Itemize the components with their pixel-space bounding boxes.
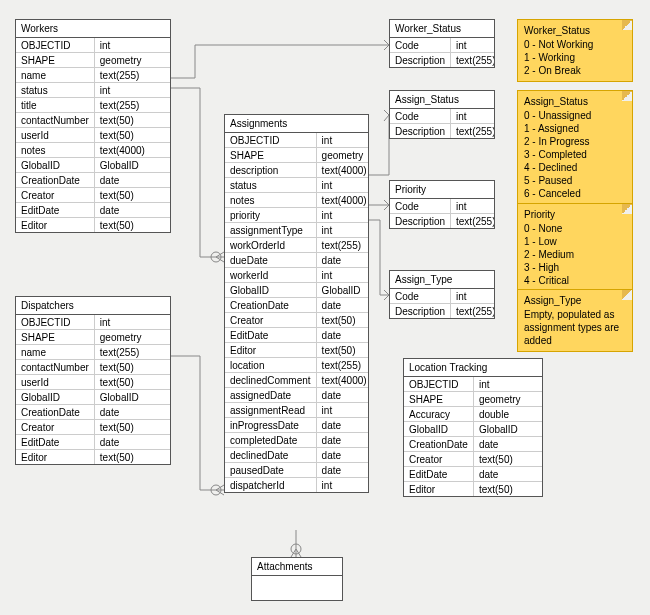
note-line: 1 - Assigned bbox=[524, 122, 626, 135]
field-type: geometry bbox=[474, 391, 542, 406]
field-name: dispatcherId bbox=[225, 477, 317, 492]
field-name: Editor bbox=[225, 342, 317, 357]
note-lines: 0 - None1 - Low2 - Medium3 - High4 - Cri… bbox=[524, 222, 626, 287]
field-type: int bbox=[317, 267, 368, 282]
field-name: workerId bbox=[225, 267, 317, 282]
field-type: text(50) bbox=[95, 187, 170, 202]
field-name: EditDate bbox=[16, 434, 95, 449]
note-assign-status: Assign_Status 0 - Unassigned1 - Assigned… bbox=[517, 90, 633, 205]
note-line: 0 - Not Working bbox=[524, 38, 626, 51]
entity-assign-type: Assign_Type CodeintDescriptiontext(255) bbox=[389, 270, 495, 319]
note-line: 4 - Declined bbox=[524, 161, 626, 174]
entity-body: OBJECTIDintSHAPEgeometrynametext(255)sta… bbox=[16, 38, 170, 232]
field-type: text(4000) bbox=[317, 162, 368, 177]
field-name: Accuracy bbox=[404, 406, 474, 421]
field-type: int bbox=[95, 38, 170, 52]
field-name: inProgressDate bbox=[225, 417, 317, 432]
entity-body: OBJECTIDintSHAPEgeometrydescriptiontext(… bbox=[225, 133, 368, 492]
field-type: text(4000) bbox=[95, 142, 170, 157]
field-type: text(255) bbox=[95, 67, 170, 82]
entity-title: Assign_Status bbox=[390, 91, 494, 109]
note-lines: 0 - Not Working1 - Working2 - On Break bbox=[524, 38, 626, 77]
field-type: text(255) bbox=[451, 213, 494, 228]
field-type: date bbox=[95, 404, 170, 419]
note-line: 6 - Canceled bbox=[524, 187, 626, 200]
field-name: Code bbox=[390, 289, 451, 303]
field-type: date bbox=[95, 172, 170, 187]
entity-title: Priority bbox=[390, 181, 494, 199]
note-line: 3 - High bbox=[524, 261, 626, 274]
field-name: status bbox=[16, 82, 95, 97]
field-type: int bbox=[451, 109, 494, 123]
field-name: Creator bbox=[225, 312, 317, 327]
field-type: text(50) bbox=[95, 374, 170, 389]
note-lines: 0 - Unassigned1 - Assigned2 - In Progres… bbox=[524, 109, 626, 200]
field-name: contactNumber bbox=[16, 112, 95, 127]
field-name: declinedComment bbox=[225, 372, 317, 387]
field-type: date bbox=[317, 387, 368, 402]
field-name: CreationDate bbox=[404, 436, 474, 451]
field-type: GlobalID bbox=[95, 389, 170, 404]
field-name: contactNumber bbox=[16, 359, 95, 374]
entity-title: Assign_Type bbox=[390, 271, 494, 289]
field-name: Description bbox=[390, 213, 451, 228]
field-type: text(255) bbox=[95, 344, 170, 359]
note-title: Assign_Type bbox=[524, 294, 626, 307]
field-name: Code bbox=[390, 109, 451, 123]
note-assign-type: Assign_Type Empty, populated asassignmen… bbox=[517, 289, 633, 352]
note-line: 2 - On Break bbox=[524, 64, 626, 77]
note-line: 0 - None bbox=[524, 222, 626, 235]
entity-title: Workers bbox=[16, 20, 170, 38]
entity-title: Worker_Status bbox=[390, 20, 494, 38]
field-type: text(255) bbox=[317, 357, 368, 372]
field-type: int bbox=[451, 289, 494, 303]
field-type: text(255) bbox=[451, 52, 494, 67]
entity-dispatchers: Dispatchers OBJECTIDintSHAPEgeometryname… bbox=[15, 296, 171, 465]
field-type: text(50) bbox=[317, 312, 368, 327]
field-type: GlobalID bbox=[95, 157, 170, 172]
field-type: text(50) bbox=[95, 449, 170, 464]
svg-point-22 bbox=[291, 544, 301, 554]
field-name: EditDate bbox=[404, 466, 474, 481]
entity-body: CodeintDescriptiontext(255) bbox=[390, 38, 494, 67]
field-name: priority bbox=[225, 207, 317, 222]
field-type: int bbox=[95, 315, 170, 329]
entity-body: CodeintDescriptiontext(255) bbox=[390, 109, 494, 138]
field-name: workOrderId bbox=[225, 237, 317, 252]
field-name: name bbox=[16, 344, 95, 359]
field-name: Description bbox=[390, 52, 451, 67]
field-type: int bbox=[451, 199, 494, 213]
entity-assignments: Assignments OBJECTIDintSHAPEgeometrydesc… bbox=[224, 114, 369, 493]
field-type: text(50) bbox=[95, 112, 170, 127]
note-title: Worker_Status bbox=[524, 24, 626, 37]
field-name: userId bbox=[16, 127, 95, 142]
field-name: declinedDate bbox=[225, 447, 317, 462]
field-name: Description bbox=[390, 303, 451, 318]
field-name: pausedDate bbox=[225, 462, 317, 477]
field-name: assignmentRead bbox=[225, 402, 317, 417]
field-type: text(50) bbox=[95, 419, 170, 434]
svg-line-24 bbox=[296, 549, 301, 557]
field-name: description bbox=[225, 162, 317, 177]
entity-assign-status: Assign_Status CodeintDescriptiontext(255… bbox=[389, 90, 495, 139]
note-line: 1 - Working bbox=[524, 51, 626, 64]
field-type: int bbox=[317, 207, 368, 222]
field-type: text(50) bbox=[95, 127, 170, 142]
field-type: int bbox=[95, 82, 170, 97]
field-type: double bbox=[474, 406, 542, 421]
svg-line-11 bbox=[216, 490, 224, 495]
entity-title: Assignments bbox=[225, 115, 368, 133]
field-type: date bbox=[317, 432, 368, 447]
entity-body: OBJECTIDintSHAPEgeometryAccuracydoubleGl… bbox=[404, 377, 542, 496]
note-priority: Priority 0 - None1 - Low2 - Medium3 - Hi… bbox=[517, 203, 633, 292]
field-name: Editor bbox=[16, 217, 95, 232]
field-type: text(50) bbox=[474, 481, 542, 496]
field-type: date bbox=[474, 466, 542, 481]
field-name: Code bbox=[390, 38, 451, 52]
field-type: text(4000) bbox=[317, 192, 368, 207]
field-type: int bbox=[317, 402, 368, 417]
field-type: GlobalID bbox=[317, 282, 368, 297]
field-name: GlobalID bbox=[225, 282, 317, 297]
entity-title: Location Tracking bbox=[404, 359, 542, 377]
field-type: text(50) bbox=[95, 217, 170, 232]
